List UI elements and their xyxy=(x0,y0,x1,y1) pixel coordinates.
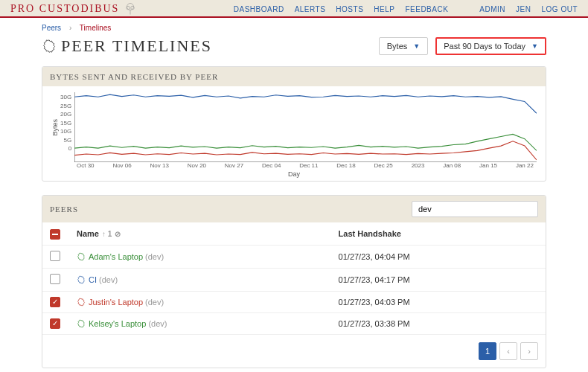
brand-tree-icon xyxy=(124,2,137,16)
row-checkbox[interactable] xyxy=(50,274,60,284)
peer-link[interactable]: Adam's Laptop (dev) xyxy=(89,252,164,261)
col-name[interactable]: Name ↑ 1 ⊘ xyxy=(69,222,331,246)
chart-xaxis: Oct 30Nov 06Nov 13Nov 20Nov 27Dec 04Dec … xyxy=(77,162,537,169)
breadcrumb-sep: › xyxy=(69,24,71,32)
peer-gear-icon xyxy=(77,252,86,261)
handshake-cell: 01/27/23, 03:38 PM xyxy=(331,313,546,335)
chart-yaxis: 30G25G20G15G10G5G0 xyxy=(60,92,74,162)
peer-link[interactable]: Justin's Laptop (dev) xyxy=(89,298,164,307)
row-checkbox[interactable] xyxy=(50,318,60,329)
table-row: Adam's Laptop (dev)01/27/23, 04:04 PM xyxy=(42,246,546,269)
gear-icon xyxy=(42,39,57,54)
nav-admin[interactable]: ADMIN xyxy=(479,5,505,13)
sort-clear-icon[interactable]: ⊘ xyxy=(115,230,121,238)
page-prev[interactable]: ‹ xyxy=(499,342,517,360)
handshake-cell: 01/27/23, 04:03 PM xyxy=(331,292,546,313)
col-handshake[interactable]: Last Handshake xyxy=(331,222,546,246)
chevron-down-icon: ▼ xyxy=(531,42,538,50)
metric-select[interactable]: Bytes▼ xyxy=(379,37,428,55)
search-input[interactable] xyxy=(412,201,538,217)
nav-dashboard[interactable]: DASHBOARD xyxy=(234,5,284,13)
nav-user[interactable]: JEN xyxy=(516,5,531,13)
page-title: PEER TIMELINES xyxy=(61,36,212,56)
top-nav: DASHBOARD ALERTS HOSTS HELP FEEDBACK ADM… xyxy=(234,5,578,13)
breadcrumb-root[interactable]: Peers xyxy=(42,24,61,32)
chevron-down-icon: ▼ xyxy=(413,42,420,50)
sort-asc-icon: ↑ 1 xyxy=(102,230,112,238)
nav-hosts[interactable]: HOSTS xyxy=(336,5,363,13)
svg-point-0 xyxy=(127,4,134,10)
chart-panel: BYTES SENT AND RECEIVED BY PEER Bytes 30… xyxy=(42,66,546,182)
date-range-select[interactable]: Past 90 Days to Today▼ xyxy=(435,37,546,55)
nav-feedback[interactable]: FEEDBACK xyxy=(405,5,448,13)
peers-panel-title: PEERS xyxy=(50,205,78,214)
table-row: Kelsey's Laptop (dev)01/27/23, 03:38 PM xyxy=(42,313,546,335)
chart-xlabel: Day xyxy=(51,170,537,178)
nav-alerts[interactable]: ALERTS xyxy=(295,5,326,13)
select-all-checkbox[interactable] xyxy=(50,229,60,240)
peer-link[interactable]: Kelsey's Laptop (dev) xyxy=(89,319,167,328)
row-checkbox[interactable] xyxy=(50,251,60,261)
table-row: Justin's Laptop (dev)01/27/23, 04:03 PM xyxy=(42,292,546,313)
handshake-cell: 01/27/23, 04:04 PM xyxy=(331,246,546,269)
peer-gear-icon xyxy=(77,298,86,307)
row-checkbox[interactable] xyxy=(50,297,60,307)
nav-logout[interactable]: LOG OUT xyxy=(541,5,578,13)
brand-logo[interactable]: PRO CUSTODIBUS xyxy=(10,3,119,15)
chart-panel-title: BYTES SENT AND RECEIVED BY PEER xyxy=(42,67,546,86)
nav-help[interactable]: HELP xyxy=(374,5,394,13)
chart-plot xyxy=(74,92,537,162)
chart-ylabel: Bytes xyxy=(51,119,59,136)
breadcrumb-current: Timelines xyxy=(80,24,111,32)
peer-gear-icon xyxy=(77,275,86,284)
page-1[interactable]: 1 xyxy=(479,342,496,360)
table-row: CI (dev)01/27/23, 04:17 PM xyxy=(42,269,546,292)
pagination: 1 ‹ › xyxy=(42,335,546,368)
handshake-cell: 01/27/23, 04:17 PM xyxy=(331,269,546,292)
peers-panel: PEERS Name ↑ 1 ⊘ Last Handshake Adam's L… xyxy=(42,195,546,368)
breadcrumb: Peers › Timelines xyxy=(42,24,546,32)
peer-link[interactable]: CI (dev) xyxy=(89,275,118,284)
peer-gear-icon xyxy=(77,319,86,328)
page-next[interactable]: › xyxy=(520,342,538,360)
